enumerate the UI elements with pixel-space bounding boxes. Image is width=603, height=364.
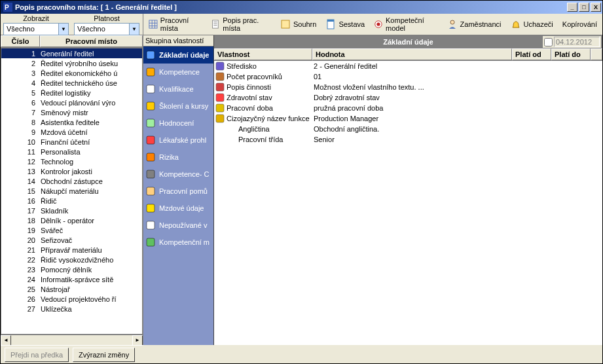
property-label: Cizojazyčný název funkce bbox=[227, 115, 310, 122]
platnost-label: Platnost bbox=[94, 14, 120, 23]
col-extra[interactable] bbox=[591, 48, 602, 60]
table-row[interactable]: 21Přípravář materiálu bbox=[1, 245, 142, 255]
svg-rect-11 bbox=[282, 20, 289, 28]
table-row[interactable]: 16Řidič bbox=[1, 196, 142, 206]
row-pos: Vedoucí projektového ří bbox=[38, 295, 142, 303]
group-item[interactable]: Nepoužívané v bbox=[143, 217, 213, 234]
group-item[interactable]: Kompetence bbox=[143, 64, 213, 81]
group-item[interactable]: Kompetenční m bbox=[143, 234, 213, 251]
table-row[interactable]: 14Obchodní zástupce bbox=[1, 176, 142, 186]
table-row[interactable]: 25Nástrojař bbox=[1, 284, 142, 294]
table-row[interactable]: 13Kontrolor jakosti bbox=[1, 166, 142, 176]
col-hodnota[interactable]: Hodnota bbox=[312, 48, 512, 60]
detail-row[interactable]: Pracovní dobapružná pracovní doba bbox=[214, 103, 602, 113]
detail-row[interactable]: Středisko2 - Generální ředitel bbox=[214, 61, 602, 71]
tool-pracovni-mista[interactable]: Pracovní místa bbox=[145, 17, 206, 31]
close-button[interactable]: X bbox=[591, 3, 601, 12]
group-item[interactable]: Rizika bbox=[143, 149, 213, 166]
zobrazit-combo[interactable]: Všechno ▼ bbox=[3, 23, 69, 35]
table-row[interactable]: 20Seřizovač bbox=[1, 235, 142, 245]
tool-kompetencni-model[interactable]: Kompeteční model bbox=[370, 17, 441, 31]
positions-list[interactable]: 1Generální ředitel2Ředitel výrobního úse… bbox=[1, 48, 143, 335]
col-plati-do[interactable]: Platí do bbox=[551, 48, 591, 60]
chevron-down-icon[interactable]: ▼ bbox=[129, 24, 139, 35]
table-row[interactable]: 26Vedoucí projektového ří bbox=[1, 294, 142, 304]
table-row[interactable]: 11Personalista bbox=[1, 147, 142, 156]
group-item[interactable]: Kompetence- C bbox=[143, 166, 213, 183]
bell-icon bbox=[511, 19, 521, 29]
table-row[interactable]: 17Skladník bbox=[1, 206, 142, 215]
date-checkbox[interactable] bbox=[544, 38, 553, 46]
group-item[interactable]: Mzdové údaje bbox=[143, 200, 213, 217]
scroll-left-icon[interactable]: ◄ bbox=[1, 335, 11, 346]
scroll-track[interactable] bbox=[11, 335, 132, 345]
table-row[interactable]: 5Ředitel logistiky bbox=[1, 88, 142, 98]
detail-row[interactable]: Pracovní třídaSenior bbox=[214, 134, 602, 145]
row-num: 11 bbox=[1, 148, 38, 156]
group-item[interactable]: Základní údaje bbox=[143, 46, 213, 64]
table-row[interactable]: 27Uklízečka bbox=[1, 304, 142, 314]
bottom-bar: Přejdi na předka Zvýrazni změny bbox=[1, 345, 143, 363]
group-item[interactable]: Lékařské prohl bbox=[143, 132, 213, 149]
detail-row[interactable]: Popis činnostiMožnost vložení vlastního … bbox=[214, 82, 602, 92]
date-value[interactable]: 04.12.2012 bbox=[554, 37, 600, 47]
table-row[interactable]: 7Směnový mistr bbox=[1, 107, 142, 117]
platnost-value: Všechno bbox=[75, 25, 129, 33]
tool-sestava[interactable]: Sestava bbox=[321, 17, 369, 31]
row-num: 16 bbox=[1, 197, 38, 205]
table-row[interactable]: 9Mzdová účetní bbox=[1, 127, 142, 137]
detail-grid-body[interactable]: Středisko2 - Generální ředitelPočet prac… bbox=[214, 61, 602, 345]
tool-uchazeci[interactable]: Uchazeči bbox=[507, 17, 557, 31]
group-item[interactable]: Školení a kursy bbox=[143, 98, 213, 115]
maximize-button[interactable]: □ bbox=[579, 3, 589, 12]
table-row[interactable]: 18Dělník - operátor bbox=[1, 215, 142, 225]
col-pracovni-misto[interactable]: Pracovní místo bbox=[40, 35, 143, 47]
tool-souhrn[interactable]: Souhrn bbox=[276, 17, 320, 31]
row-num: 20 bbox=[1, 236, 38, 244]
table-row[interactable]: 23Pomocný dělník bbox=[1, 264, 142, 274]
horizontal-scrollbar[interactable]: ◄ ► bbox=[1, 335, 143, 345]
table-row[interactable]: 1Generální ředitel bbox=[1, 48, 142, 58]
table-row[interactable]: 6Vedoucí plánování výro bbox=[1, 98, 142, 107]
table-row[interactable]: 19Svářeč bbox=[1, 225, 142, 235]
detail-header: Základní údaje 04.12.2012 bbox=[214, 35, 602, 48]
table-row[interactable]: 4Ředitel technického úse bbox=[1, 78, 142, 88]
tool-kopirovani[interactable]: Kopírování bbox=[558, 17, 601, 31]
row-pos: Ředitel technického úse bbox=[38, 79, 142, 87]
group-icon bbox=[146, 153, 155, 162]
detail-row[interactable]: Počet pracovníků01 bbox=[214, 71, 602, 82]
row-pos: Svářeč bbox=[38, 227, 142, 234]
table-row[interactable]: 24Informatik-správce sítě bbox=[1, 274, 142, 284]
table-row[interactable]: 12Technolog bbox=[1, 156, 142, 166]
svg-rect-26 bbox=[147, 204, 155, 212]
detail-row[interactable]: Zdravotní stavDobrý zdravotní stav bbox=[214, 92, 602, 103]
group-item[interactable]: Pracovní pomů bbox=[143, 183, 213, 200]
table-row[interactable]: 10Finanční účetní bbox=[1, 137, 142, 147]
col-plati-od[interactable]: Platí od bbox=[512, 48, 551, 60]
platnost-combo[interactable]: Všechno ▼ bbox=[74, 23, 139, 35]
minimize-button[interactable]: _ bbox=[567, 3, 577, 12]
table-row[interactable]: 15Nákupčí materiálu bbox=[1, 186, 142, 196]
group-label: Kompetenční m bbox=[159, 238, 210, 246]
table-row[interactable]: 8Asistentka ředitele bbox=[1, 117, 142, 127]
zvyrazni-zmeny-button[interactable]: Zvýrazni změny bbox=[73, 348, 135, 362]
table-row[interactable]: 22Řidič vysokozdvižného bbox=[1, 255, 142, 264]
group-item[interactable]: Hodnocení bbox=[143, 115, 213, 132]
row-pos: Informatik-správce sítě bbox=[38, 276, 142, 283]
table-row[interactable]: 3Ředitel ekonomického ú bbox=[1, 68, 142, 78]
table-row[interactable]: 2Ředitel výrobního úseku bbox=[1, 58, 142, 68]
tool-popis-prac-mista[interactable]: Popis prac. místa bbox=[207, 17, 275, 31]
chevron-down-icon[interactable]: ▼ bbox=[58, 24, 68, 35]
detail-row[interactable]: AngličtinaObchodní angličtina. bbox=[214, 124, 602, 134]
detail-row[interactable]: Cizojazyčný název funkceProduction Manag… bbox=[214, 113, 602, 124]
row-num: 17 bbox=[1, 207, 38, 215]
group-icon bbox=[146, 84, 155, 94]
group-item[interactable]: Kvalifikace bbox=[143, 81, 213, 98]
col-cislo[interactable]: Číslo bbox=[1, 35, 40, 47]
svg-rect-30 bbox=[216, 73, 224, 81]
zobrazit-value: Všechno bbox=[4, 25, 58, 33]
col-vlastnost[interactable]: Vlastnost bbox=[214, 48, 312, 60]
prejdi-na-predka-button[interactable]: Přejdi na předka bbox=[5, 348, 69, 362]
scroll-right-icon[interactable]: ► bbox=[132, 335, 143, 346]
tool-zamestnanci[interactable]: Zaměstnanci bbox=[443, 17, 505, 31]
